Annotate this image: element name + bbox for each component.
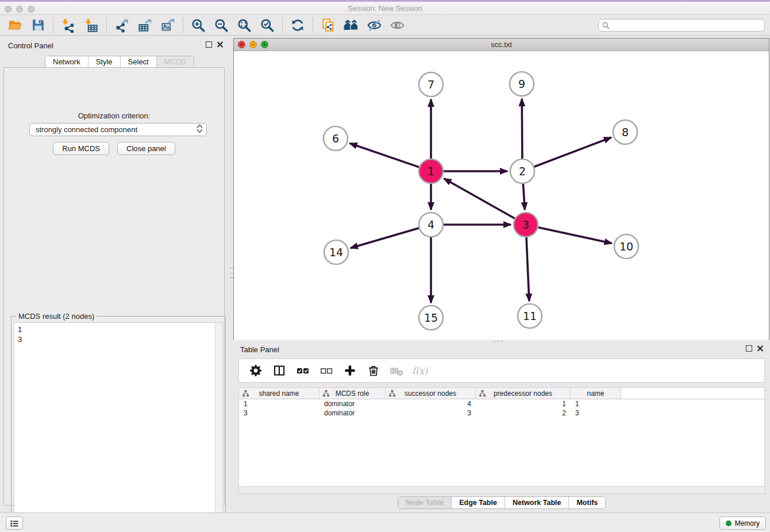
application-window: Session: New Session Control Panel Netwo… [0,0,770,532]
deselect-all-button[interactable] [319,363,334,378]
import-network-icon [61,18,76,33]
select-all-button[interactable] [295,363,310,378]
tab-edge-table[interactable]: Edge Table [452,497,505,508]
zoom-out-button[interactable] [210,17,233,34]
column-header-shared-name[interactable]: shared name [239,388,319,399]
task-history-button[interactable] [6,516,23,530]
result-scrollbar[interactable] [215,323,222,532]
network-canvas[interactable]: 1234678910111415 [234,51,769,340]
table-body-fill [239,418,764,486]
zoom-selected-button[interactable] [256,17,279,34]
zoom-in-button[interactable] [187,17,210,34]
column-header-successor-nodes[interactable]: successor nodes [386,388,476,399]
graph-node-7[interactable]: 7 [419,72,443,97]
import-table-button[interactable] [80,17,103,34]
import-network-button[interactable] [57,17,80,34]
column-header-name[interactable]: name [571,388,621,399]
toolbar-buttons [3,17,409,34]
table-cell: 3 [239,408,319,418]
graph-edge-1-6[interactable] [350,143,419,167]
table-row[interactable]: 1dominator411 [239,399,764,408]
control-panel-tabs: NetworkStyleSelectMCDS [45,56,194,68]
graph-node-6[interactable]: 6 [324,126,348,151]
gear-button[interactable] [248,363,263,378]
tab-motifs[interactable]: Motifs [569,497,605,508]
network-graph: 1234678910111415 [234,51,769,340]
graph-node-label: 9 [518,78,525,90]
tab-network-table[interactable]: Network Table [505,497,569,508]
column-header-predecessor-nodes[interactable]: predecessor nodes [476,388,571,399]
table-cell: 1 [239,399,319,408]
tab-select[interactable]: Select [121,56,157,67]
tab-network[interactable]: Network [45,56,88,67]
graph-edge-3-10[interactable] [538,228,612,244]
graph-node-11[interactable]: 11 [518,304,542,328]
graph-edge-3-11[interactable] [526,237,529,301]
table-row[interactable]: 3dominator323 [239,408,764,418]
graph-node-8[interactable]: 8 [613,120,637,144]
open-button[interactable] [3,17,26,34]
mcds-result-text[interactable]: 13 [14,322,223,532]
tab-mcds[interactable]: MCDS [157,56,194,67]
export-network-button[interactable] [110,17,133,34]
export-table-button[interactable] [133,17,156,34]
close-panel-button[interactable]: Close panel [117,142,175,155]
optimization-label: Optimization criterion: [4,111,224,120]
close-panel-icon[interactable] [217,41,223,48]
status-bar: Memory [0,512,770,532]
save-button[interactable] [26,17,49,34]
float-panel-icon[interactable] [206,41,212,48]
run-mcds-button[interactable]: Run MCDS [53,142,109,155]
zoom-fit-button[interactable] [233,17,256,34]
add-row-button[interactable] [342,363,357,378]
graph-edge-3-1[interactable] [444,179,515,218]
graph-node-3[interactable]: 3 [514,213,538,237]
graph-edge-2-9[interactable] [522,99,522,159]
columns-icon [272,364,286,377]
node-table: shared nameMCDS rolesuccessor nodesprede… [238,387,765,494]
search-box[interactable] [598,19,765,32]
refresh-button[interactable] [286,17,309,34]
mcds-result-box: MCDS result (2 nodes) 13 [11,316,226,532]
duplicate-network-button[interactable] [317,17,340,34]
svg-text:f(x): f(x) [412,365,428,376]
zoom-fit-icon [237,18,252,33]
gear-icon [249,364,263,377]
hide-eye-button[interactable] [363,17,386,34]
optimization-select[interactable]: strongly connected component [29,123,207,136]
memory-button[interactable]: Memory [719,516,766,530]
float-table-panel-icon[interactable] [746,345,752,352]
graph-edge-2-3[interactable] [523,184,525,210]
main-toolbar [0,15,770,36]
search-input[interactable] [612,21,761,30]
list-icon [10,519,19,528]
graph-node-label: 11 [523,310,537,322]
mcds-result-title: MCDS result (2 nodes) [16,312,97,321]
column-header-MCDS-role[interactable]: MCDS role [319,388,386,399]
table-horizontal-scrollbar[interactable] [239,486,764,494]
close-table-panel-icon[interactable] [757,345,763,352]
toolbar-separator [183,18,183,33]
export-network-icon [114,18,129,33]
graph-node-1[interactable]: 1 [419,159,443,183]
graph-edge-4-14[interactable] [351,228,419,248]
tab-style[interactable]: Style [88,56,121,67]
export-image-button[interactable] [156,17,179,34]
graph-node-2[interactable]: 2 [510,159,534,183]
graph-node-4[interactable]: 4 [419,213,443,237]
graph-node-14[interactable]: 14 [324,240,348,264]
home-button[interactable] [340,17,363,34]
network-window-title: scc.txt [234,40,769,49]
graph-edge-2-8[interactable] [534,137,611,167]
graph-node-9[interactable]: 9 [510,72,534,96]
graph-node-15[interactable]: 15 [419,306,443,330]
network-window-titlebar[interactable]: × – + scc.txt [234,38,769,51]
columns-button[interactable] [272,363,287,378]
show-eye-button[interactable] [386,17,409,34]
graph-node-label: 14 [329,246,343,259]
table-cell: 1 [476,399,571,408]
tab-node-table[interactable]: Node Table [398,497,452,508]
delete-row-button[interactable] [366,363,381,378]
graph-node-10[interactable]: 10 [614,234,638,259]
mcds-panel: Optimization criterion: strongly connect… [3,67,225,506]
